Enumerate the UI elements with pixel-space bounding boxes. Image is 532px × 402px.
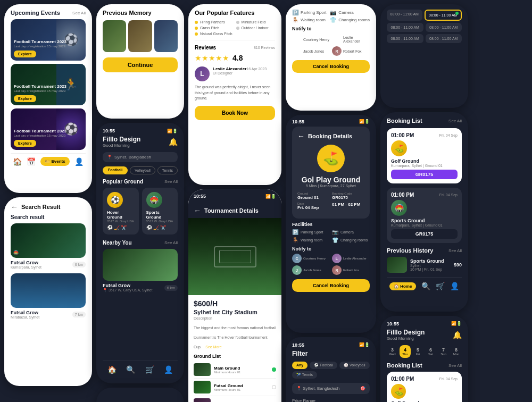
feature-outdoor: Outdoor / Indoor: [236, 26, 276, 30]
price-tag: $600/H: [194, 299, 276, 308]
explore-btn-1[interactable]: Explore: [14, 51, 36, 57]
filter-location-bar[interactable]: 📍 Sylhet, Bangladesh 🎯: [292, 383, 370, 394]
nav-dark-bag[interactable]: 🛒: [145, 365, 154, 374]
nav-calendar-icon[interactable]: 📅: [27, 157, 36, 166]
timeslot-3b[interactable]: 08:00 - 11:00 AM: [426, 34, 462, 43]
fac-changing: 👕Changing rooms: [332, 237, 370, 243]
bi1-date: Fri. 04 Sep: [439, 133, 458, 137]
nav-dark-search[interactable]: 🔍: [126, 365, 135, 374]
cal-4-active[interactable]: 4 Thu: [400, 345, 411, 358]
bi1-loc: Kumarpara, Sylhet | Ground 01: [391, 164, 458, 168]
history-title: Previous History: [387, 247, 433, 254]
timeslot-1b[interactable]: 08:00 - 11:00 AM: [425, 10, 462, 21]
tournament-back-btn[interactable]: ←: [194, 206, 201, 215]
bell-icon[interactable]: 🔔: [169, 138, 178, 146]
venue-card-2: Futsal Grow Mirabazar, Sylhet 7 km: [11, 273, 86, 319]
reviews-title: Reviews: [195, 45, 216, 51]
filllo-brand: Filllo Design: [103, 136, 140, 143]
cancel-booking-btn-white[interactable]: Cancel Booking: [292, 60, 370, 73]
football-tag[interactable]: Football: [103, 166, 128, 174]
fb-bi-time: 01:00 PM: [391, 376, 414, 382]
popular-see-all[interactable]: See All: [164, 179, 178, 184]
notify-robert: Robert Fox: [343, 49, 362, 53]
booking-item-2[interactable]: 01:00 PM Fri. 04 Sep 🏟️ Sports Ground Ku…: [387, 188, 462, 243]
filter-tag-volleyball[interactable]: 🏐 Volleyball: [339, 362, 370, 369]
cal-3[interactable]: 3 Wed: [387, 345, 398, 358]
ground-card-hover[interactable]: ⚽ Hover Ground 3517 W. Gray USA ⚽ 🏒 ✂️: [103, 188, 139, 234]
memory-title: Previous Memory: [103, 10, 178, 16]
event-1-date: Last day of registration 15 may 2023: [14, 45, 66, 48]
nearby-see-all[interactable]: See All: [164, 240, 178, 245]
continue-btn[interactable]: Continue: [103, 57, 178, 72]
cal-6[interactable]: 6 Sat: [425, 345, 436, 358]
event-card-1: ⚽ Football Tournament 2023 Last day of r…: [11, 19, 86, 61]
search-phone: ← Search Result Search result 🏟️ Futsal …: [4, 197, 92, 386]
reviewer-name: Leslie Alexander: [213, 66, 246, 71]
nav-dark-profile[interactable]: 👤: [164, 365, 173, 374]
events-title: Upcoming Events: [11, 10, 60, 16]
filter-tag-any[interactable]: Any: [292, 362, 307, 369]
explore-btn-3[interactable]: Explore: [14, 140, 36, 147]
ground-list-item-2[interactable]: Futsal Ground Minimum Hours 01: [194, 379, 276, 396]
fb-see-all[interactable]: See All: [448, 363, 462, 368]
explore-btn-2[interactable]: Explore: [14, 95, 36, 102]
booking-list-phone: Booking List See All 01:00 PM Fri. 04 Se…: [380, 112, 468, 312]
features-phone: Our Popular Features Hiring Partners Min…: [188, 4, 281, 185]
cal-7[interactable]: 7 Sun: [438, 345, 449, 358]
cancel-booking-btn-dark[interactable]: Cancel Booking: [292, 279, 370, 292]
timeslot-1a[interactable]: 08:00 - 11:00 AM: [387, 10, 422, 21]
booking-list-see-all[interactable]: See All: [448, 119, 462, 123]
book-now-btn[interactable]: Book Now: [195, 106, 275, 120]
ground-val: Ground 01: [297, 195, 330, 200]
timeslot-2a[interactable]: 08:00 - 11:00 AM: [387, 23, 423, 32]
nav-home-icon[interactable]: 🏠: [13, 157, 22, 166]
fb-bell-icon[interactable]: 🔔: [453, 331, 462, 339]
nav-profile-icon[interactable]: 👤: [74, 157, 84, 166]
filter-tag-tennis[interactable]: 🎾 Tennis: [292, 371, 317, 379]
timeslot-3a[interactable]: 08:00 - 11:00 AM: [387, 34, 423, 43]
filter-title: Filter: [292, 350, 370, 357]
feature-hiring: Hiring Partners: [195, 20, 234, 24]
camera-fac: 📷 Camera: [330, 10, 370, 15]
bl-nav-bag[interactable]: 🛒: [436, 282, 445, 290]
cal-5[interactable]: 5 Fri: [412, 345, 423, 358]
history-item-1[interactable]: Sports Ground Sylhet 10 PM | Fri. 01 Sep…: [387, 257, 462, 273]
ground-list-item-3[interactable]: Tennis Ground: [194, 396, 276, 402]
event-1-name: Football Tournament 2023: [14, 39, 66, 45]
time-slot-val: 01 PM - 02 PM: [332, 202, 364, 207]
ground-sports-addr: 3517 W. Gray USA: [146, 220, 174, 223]
see-all-events[interactable]: See All: [72, 11, 86, 15]
memory-phone: Previous Memory Continue: [96, 4, 184, 119]
search-title: Search Result: [21, 204, 60, 210]
gl-2-sub: Minimum Hours 01: [214, 388, 269, 391]
venue-2-dist: 7 km: [72, 312, 86, 317]
tournament-time: 10:55: [194, 194, 206, 199]
memory-img-1: [103, 20, 126, 52]
feature-miniature: Miniature Field: [236, 20, 276, 24]
event-3-name: Football Tournament 2023: [14, 129, 66, 134]
bi2-time: 01:00 PM: [391, 192, 414, 198]
bl-nav-home[interactable]: 🏠 Home: [389, 282, 416, 290]
nav-dark-home[interactable]: 🏠: [107, 365, 117, 374]
booking-details-dark-phone: 10:55 📶🔋 ← Booking Details ⛳ Gol Play Gr…: [286, 115, 376, 333]
search-back-btn[interactable]: ←: [11, 203, 18, 211]
history-see-all[interactable]: See All: [448, 248, 462, 253]
volleyball-tag[interactable]: Volleyball: [130, 166, 155, 174]
ground-card-sports[interactable]: 🏟️ Sports Ground 3517 W. Gray USA ⚽ 🏒 ✂️: [142, 188, 178, 234]
notify-dark-robert: Robert Fox: [343, 269, 359, 272]
tennis-tag[interactable]: Tennis: [157, 166, 178, 174]
bl-nav-profile[interactable]: 👤: [450, 282, 459, 290]
ground-list-item-1[interactable]: Main Ground Minimum Hours 01: [194, 361, 276, 379]
nav-events-active[interactable]: 🎫 Events: [40, 157, 69, 166]
info-booking-code: Booking Code GR0175: [332, 192, 364, 200]
filter-tag-football[interactable]: ⚽ Football: [310, 362, 337, 369]
cal-8[interactable]: 8 Mon: [451, 345, 462, 358]
fb-booking-item[interactable]: 01:00 PM Fri. 04 Sep ⛳ Golf Ground Kumar…: [387, 372, 462, 402]
bl-nav-search[interactable]: 🔍: [421, 282, 430, 290]
bd-back-btn[interactable]: ←: [297, 132, 305, 140]
fb-greeting: Good Morning: [387, 336, 425, 341]
reviewer-role: UI Designer: [213, 71, 267, 75]
timeslot-2b[interactable]: 08:00 - 11:00 AM: [426, 23, 462, 32]
see-more-link[interactable]: See More: [205, 345, 221, 349]
booking-item-1[interactable]: 01:00 PM Fri. 04 Sep ⛳ Golf Ground Kumar…: [387, 128, 462, 183]
